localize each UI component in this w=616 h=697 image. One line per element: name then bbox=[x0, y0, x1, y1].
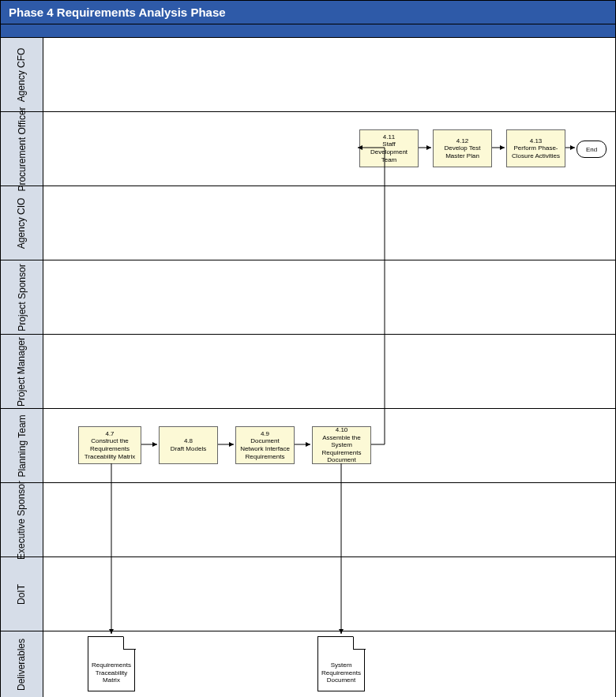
activity-4-12: 4.12 Develop Test Master Plan bbox=[433, 129, 492, 167]
lane-project-sponsor: Project Sponsor bbox=[1, 260, 615, 335]
lane-executive-sponsor: Executive Sponsor bbox=[1, 483, 615, 557]
lane-body-planning: 4.7 Construct the Requirements Traceabil… bbox=[43, 409, 615, 482]
lane-planning-team: Planning Team 4.7 Construct the Requirem… bbox=[1, 409, 615, 483]
lane-agency-cio: Agency CIO bbox=[1, 186, 615, 260]
activity-4-9: 4.9 Document Network Interface Requireme… bbox=[235, 426, 295, 464]
lane-label-deliverables: Deliverables bbox=[1, 631, 43, 697]
lane-project-manager: Project Manager bbox=[1, 335, 615, 409]
lane-body-procurement: 4.11 Staff Development Team 4.12 Develop… bbox=[43, 112, 615, 185]
doc-fold-icon bbox=[353, 637, 366, 650]
lane-label-planning: Planning Team bbox=[1, 409, 43, 482]
lane-label-sponsor: Project Sponsor bbox=[1, 260, 43, 334]
lane-label-procurement: Procurement Officer bbox=[1, 112, 43, 185]
activity-4-11: 4.11 Staff Development Team bbox=[359, 129, 419, 167]
lane-label-doit: DoIT bbox=[1, 557, 43, 631]
lane-label-cio: Agency CIO bbox=[1, 186, 43, 260]
swimlane-diagram: Phase 4 Requirements Analysis Phase Agen… bbox=[0, 0, 616, 697]
lane-deliverables: Deliverables Requirements Traceability M… bbox=[1, 631, 615, 697]
lane-body-deliverables: Requirements Traceability Matrix System … bbox=[43, 631, 615, 697]
diagram-title: Phase 4 Requirements Analysis Phase bbox=[1, 1, 615, 24]
activity-4-8: 4.8 Draft Models bbox=[159, 426, 218, 464]
activity-4-13: 4.13 Perform Phase-Closure Activities bbox=[506, 129, 565, 167]
lane-label-cfo: Agency CFO bbox=[1, 38, 43, 111]
header-band bbox=[1, 24, 615, 38]
lane-label-exec: Executive Sponsor bbox=[1, 483, 43, 556]
doc-fold-icon bbox=[123, 637, 136, 650]
activity-4-7: 4.7 Construct the Requirements Traceabil… bbox=[78, 426, 141, 464]
lane-doit: DoIT bbox=[1, 557, 615, 631]
lane-procurement-officer: Procurement Officer 4.11 Staff Developme… bbox=[1, 112, 615, 186]
lane-label-pm: Project Manager bbox=[1, 335, 43, 408]
lane-agency-cfo: Agency CFO bbox=[1, 38, 615, 112]
end-terminator: End bbox=[577, 141, 607, 158]
activity-4-10: 4.10 Assemble the System Requirements Do… bbox=[312, 426, 371, 464]
